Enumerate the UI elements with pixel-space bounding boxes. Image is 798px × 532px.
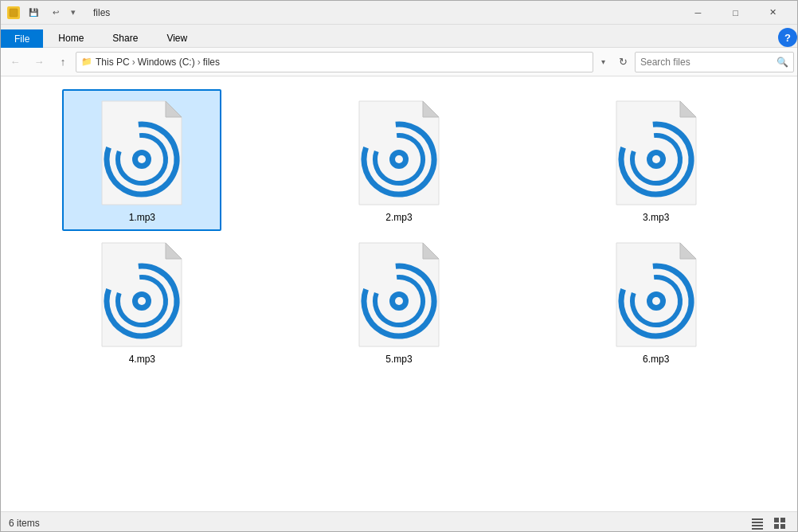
file-grid: 1.mp32.mp33.mp34.mp35.mp36.mp3 [1,76,797,511]
path-windows[interactable]: Windows (C:) [138,57,195,68]
nav-bar: ← → ↑ 📁 This PC › Windows (C:) › files ▾… [1,48,797,76]
ribbon-tabs: File Home Share View ? [1,25,797,47]
tab-file[interactable]: File [1,29,43,48]
file-name: 1.mp3 [129,212,155,223]
svg-rect-40 [752,528,763,530]
svg-rect-37 [752,518,763,520]
view-controls [748,514,789,533]
ribbon: File Home Share View ? [1,25,797,48]
tab-home[interactable]: Home [45,29,97,47]
search-icon: 🔍 [776,57,788,68]
file-icon [94,97,190,209]
address-folder-icon: 📁 [81,57,92,67]
quick-access-icon [7,6,20,19]
path-thispc[interactable]: This PC [96,57,130,68]
title-bar-left: 💾 ↩ ▾ files [7,4,110,22]
svg-rect-44 [780,524,785,529]
up-button[interactable]: ↑ [52,51,74,73]
file-item[interactable]: 2.mp3 [319,89,479,231]
svg-point-30 [395,297,403,305]
svg-marker-32 [680,243,696,259]
file-icon [351,239,447,350]
svg-point-36 [652,297,660,305]
file-icon [351,97,447,209]
forward-button[interactable]: → [28,51,50,73]
file-name: 6.mp3 [643,354,669,365]
svg-rect-41 [774,518,779,522]
svg-rect-43 [774,524,779,529]
minimize-button[interactable]: ─ [680,1,716,25]
svg-rect-42 [780,518,785,522]
file-item[interactable]: 6.mp3 [577,231,736,373]
window-controls: ─ □ ✕ [680,1,791,25]
file-icon [608,239,704,350]
svg-point-18 [652,155,660,163]
path-files[interactable]: files [203,57,220,68]
svg-point-12 [395,155,403,163]
file-icon [608,97,704,209]
file-item[interactable]: 3.mp3 [577,89,736,231]
file-item[interactable]: 1.mp3 [62,89,221,231]
file-name: 4.mp3 [129,354,155,365]
tab-share[interactable]: Share [99,29,151,47]
file-name: 5.mp3 [385,354,412,365]
save-quick-btn[interactable]: 💾 [25,4,42,22]
tab-view[interactable]: View [153,29,201,47]
svg-point-24 [138,297,146,305]
svg-marker-20 [166,243,182,259]
svg-marker-8 [423,101,439,117]
address-dropdown-btn[interactable]: ▾ [595,52,611,72]
search-input[interactable] [640,57,773,68]
refresh-button[interactable]: ↻ [612,52,633,72]
item-count: 6 items [9,518,40,529]
status-bar: 6 items [1,511,797,532]
svg-point-6 [138,155,146,163]
title-bar: 💾 ↩ ▾ files ─ □ ✕ [1,1,797,25]
svg-marker-2 [166,101,182,117]
details-view-button[interactable] [748,514,767,533]
file-item[interactable]: 4.mp3 [62,231,221,373]
svg-rect-38 [752,522,763,523]
large-icons-view-button[interactable] [770,514,789,533]
svg-rect-0 [10,9,18,17]
svg-marker-26 [423,243,439,259]
close-button[interactable]: ✕ [755,1,791,25]
window-title: files [93,7,110,18]
svg-rect-39 [752,525,763,526]
help-button[interactable]: ? [778,28,797,47]
maximize-button[interactable]: □ [718,1,753,25]
file-name: 2.mp3 [385,212,412,223]
file-item[interactable]: 5.mp3 [319,231,479,373]
file-name: 3.mp3 [643,212,669,223]
undo-quick-btn[interactable]: ↩ [47,4,65,22]
main-area: 1.mp32.mp33.mp34.mp35.mp36.mp3 [1,76,797,511]
file-icon [94,239,190,350]
svg-marker-14 [680,101,696,117]
search-bar[interactable]: 🔍 [635,52,794,72]
back-button[interactable]: ← [4,51,26,73]
address-bar[interactable]: 📁 This PC › Windows (C:) › files [76,52,593,72]
